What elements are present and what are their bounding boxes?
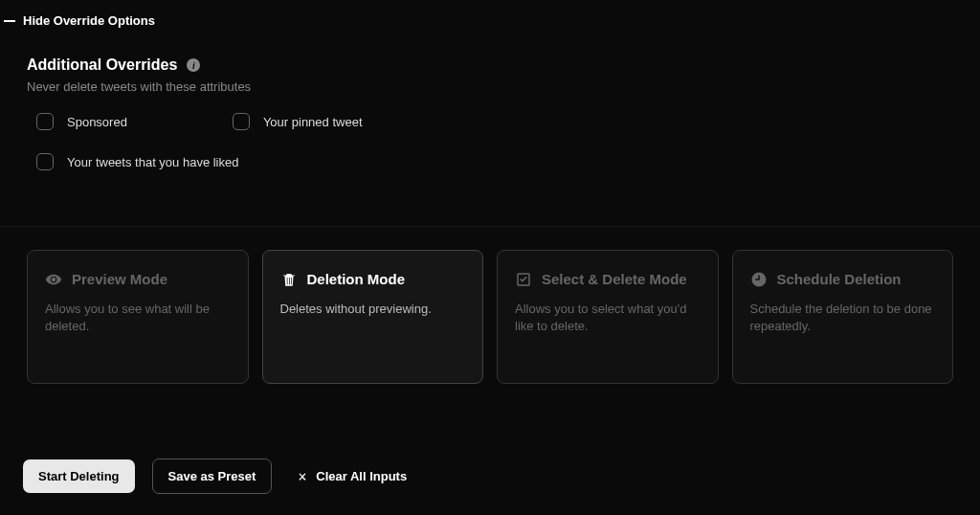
- overrides-title: Additional Overrides: [27, 56, 177, 74]
- checkbox-sponsored[interactable]: Sponsored: [36, 113, 127, 130]
- mode-schedule[interactable]: Schedule Deletion Schedule the deletion …: [732, 250, 954, 384]
- checkbox-liked-tweets[interactable]: Your tweets that you have liked: [36, 153, 238, 170]
- clock-icon: [750, 271, 768, 288]
- checkbox-label: Your tweets that you have liked: [67, 155, 238, 169]
- start-deleting-button[interactable]: Start Deleting: [23, 459, 135, 493]
- checkbox-label: Your pinned tweet: [263, 115, 363, 129]
- mode-desc: Allows you to see what will be deleted.: [45, 301, 231, 335]
- save-preset-button[interactable]: Save as Preset: [152, 459, 273, 494]
- mode-deletion[interactable]: Deletion Mode Deletes without previewing…: [262, 250, 484, 384]
- mode-preview[interactable]: Preview Mode Allows you to see what will…: [27, 250, 249, 384]
- mode-desc: Deletes without previewing.: [280, 301, 466, 318]
- checkbox-pinned-tweet[interactable]: Your pinned tweet: [233, 113, 363, 130]
- mode-desc: Schedule the deletion to be done repeate…: [750, 301, 936, 335]
- mode-select-delete[interactable]: Select & Delete Mode Allows you to selec…: [497, 250, 719, 384]
- info-icon[interactable]: i: [187, 58, 200, 72]
- checkbox-checked-icon: [515, 271, 532, 288]
- checkbox-icon: [36, 113, 54, 130]
- overrides-subtitle: Never delete tweets with these attribute…: [27, 79, 980, 94]
- clear-all-label: Clear All Inputs: [316, 469, 407, 483]
- hide-override-toggle[interactable]: Hide Override Options: [0, 13, 980, 28]
- mode-desc: Allows you to select what you'd like to …: [515, 301, 701, 335]
- minus-icon: [4, 20, 15, 22]
- clear-all-button[interactable]: Clear All Inputs: [289, 459, 414, 493]
- eye-icon: [45, 271, 62, 288]
- overrides-header: Additional Overrides i: [27, 56, 980, 74]
- mode-title: Deletion Mode: [307, 270, 406, 289]
- mode-title: Schedule Deletion: [777, 270, 902, 289]
- checkbox-icon: [36, 153, 54, 170]
- hide-override-label: Hide Override Options: [23, 13, 155, 28]
- mode-title: Preview Mode: [72, 270, 167, 289]
- checkbox-label: Sponsored: [67, 115, 127, 129]
- trash-icon: [280, 271, 298, 288]
- x-icon: [297, 471, 308, 482]
- mode-title: Select & Delete Mode: [542, 270, 687, 289]
- checkbox-icon: [233, 113, 250, 130]
